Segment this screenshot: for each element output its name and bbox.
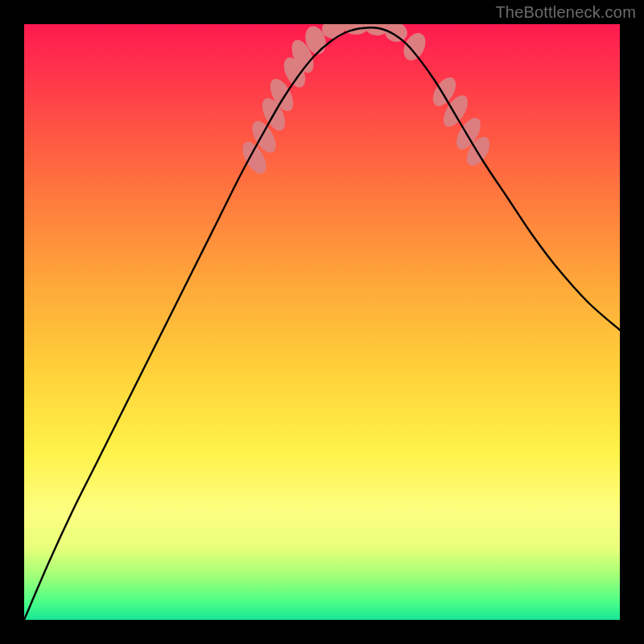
blob-marker — [321, 24, 345, 39]
attribution-label: TheBottleneck.com — [495, 3, 636, 22]
plot-area — [24, 24, 620, 620]
blob-markers — [237, 24, 493, 178]
chart-frame: TheBottleneck.com — [0, 0, 644, 644]
curve-layer — [24, 24, 620, 620]
bottleneck-curve — [24, 27, 620, 620]
blob-marker — [383, 24, 409, 44]
